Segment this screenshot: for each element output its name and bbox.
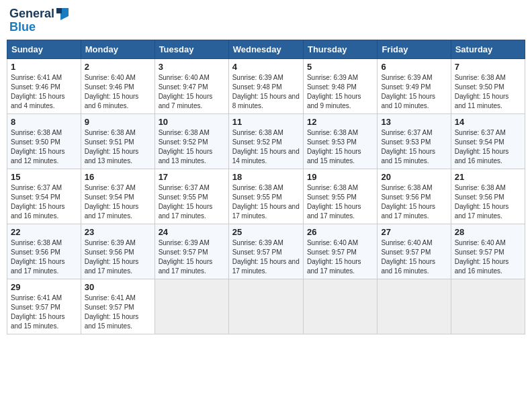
calendar-cell — [303, 279, 377, 334]
day-number: 10 — [159, 117, 225, 127]
day-info: Sunrise: 6:39 AMSunset: 9:57 PMDaylight:… — [159, 238, 225, 276]
day-number: 25 — [232, 227, 300, 237]
day-info: Sunrise: 6:41 AMSunset: 9:57 PMDaylight:… — [11, 293, 77, 331]
day-info: Sunrise: 6:41 AMSunset: 9:57 PMDaylight:… — [85, 293, 151, 331]
day-info: Sunrise: 6:40 AMSunset: 9:46 PMDaylight:… — [85, 73, 151, 111]
calendar-cell: 29Sunrise: 6:41 AMSunset: 9:57 PMDayligh… — [7, 279, 81, 334]
day-number: 15 — [11, 172, 77, 182]
calendar-cell: 12Sunrise: 6:38 AMSunset: 9:53 PMDayligh… — [303, 114, 377, 169]
day-info: Sunrise: 6:40 AMSunset: 9:57 PMDaylight:… — [381, 238, 447, 276]
day-number: 6 — [381, 62, 447, 72]
day-info: Sunrise: 6:39 AMSunset: 9:57 PMDaylight:… — [232, 238, 300, 276]
calendar-cell: 5Sunrise: 6:39 AMSunset: 9:48 PMDaylight… — [303, 59, 377, 114]
day-number: 18 — [232, 172, 300, 182]
logo-blue: Blue — [9, 20, 71, 34]
col-header-wednesday: Wednesday — [228, 40, 303, 59]
col-header-sunday: Sunday — [7, 40, 81, 59]
day-number: 23 — [85, 227, 151, 237]
day-info: Sunrise: 6:37 AMSunset: 9:55 PMDaylight:… — [159, 183, 225, 221]
calendar-cell: 21Sunrise: 6:38 AMSunset: 9:56 PMDayligh… — [451, 169, 525, 224]
page-header: General Blue — [7, 7, 525, 34]
week-row-1: 1Sunrise: 6:41 AMSunset: 9:46 PMDaylight… — [7, 59, 525, 114]
week-row-2: 8Sunrise: 6:38 AMSunset: 9:50 PMDaylight… — [7, 114, 525, 169]
day-number: 7 — [455, 62, 521, 72]
calendar-cell: 3Sunrise: 6:40 AMSunset: 9:47 PMDaylight… — [154, 59, 228, 114]
day-info: Sunrise: 6:38 AMSunset: 9:56 PMDaylight:… — [455, 183, 521, 221]
calendar-cell — [154, 279, 228, 334]
calendar-cell: 6Sunrise: 6:39 AMSunset: 9:49 PMDaylight… — [378, 59, 451, 114]
day-info: Sunrise: 6:41 AMSunset: 9:46 PMDaylight:… — [11, 73, 77, 111]
day-info: Sunrise: 6:39 AMSunset: 9:48 PMDaylight:… — [232, 73, 300, 111]
calendar-cell: 25Sunrise: 6:39 AMSunset: 9:57 PMDayligh… — [228, 224, 303, 279]
day-number: 29 — [11, 282, 77, 292]
calendar-cell — [228, 279, 303, 334]
day-number: 5 — [307, 62, 373, 72]
day-info: Sunrise: 6:38 AMSunset: 9:53 PMDaylight:… — [307, 128, 373, 166]
day-info: Sunrise: 6:37 AMSunset: 9:53 PMDaylight:… — [381, 128, 447, 166]
logo-icon — [55, 7, 70, 21]
day-number: 11 — [232, 117, 300, 127]
logo-text: General — [9, 7, 71, 21]
calendar-cell: 26Sunrise: 6:40 AMSunset: 9:57 PMDayligh… — [303, 224, 377, 279]
calendar-table: SundayMondayTuesdayWednesdayThursdayFrid… — [7, 40, 525, 334]
day-info: Sunrise: 6:37 AMSunset: 9:54 PMDaylight:… — [85, 183, 151, 221]
calendar-cell: 27Sunrise: 6:40 AMSunset: 9:57 PMDayligh… — [378, 224, 451, 279]
calendar-cell: 23Sunrise: 6:39 AMSunset: 9:56 PMDayligh… — [81, 224, 154, 279]
calendar-cell: 1Sunrise: 6:41 AMSunset: 9:46 PMDaylight… — [7, 59, 81, 114]
day-info: Sunrise: 6:38 AMSunset: 9:52 PMDaylight:… — [159, 128, 225, 166]
day-number: 26 — [307, 227, 373, 237]
day-info: Sunrise: 6:38 AMSunset: 9:56 PMDaylight:… — [11, 238, 77, 276]
day-number: 24 — [159, 227, 225, 237]
day-number: 4 — [232, 62, 300, 72]
day-number: 28 — [455, 227, 521, 237]
calendar-cell: 28Sunrise: 6:40 AMSunset: 9:57 PMDayligh… — [451, 224, 525, 279]
col-header-saturday: Saturday — [451, 40, 525, 59]
day-info: Sunrise: 6:37 AMSunset: 9:54 PMDaylight:… — [455, 128, 521, 166]
calendar-cell: 30Sunrise: 6:41 AMSunset: 9:57 PMDayligh… — [81, 279, 154, 334]
day-number: 3 — [159, 62, 225, 72]
day-number: 22 — [11, 227, 77, 237]
day-number: 9 — [85, 117, 151, 127]
day-info: Sunrise: 6:38 AMSunset: 9:56 PMDaylight:… — [381, 183, 447, 221]
logo: General Blue — [9, 7, 71, 34]
calendar-cell — [378, 279, 451, 334]
day-number: 19 — [307, 172, 373, 182]
calendar-cell: 22Sunrise: 6:38 AMSunset: 9:56 PMDayligh… — [7, 224, 81, 279]
day-number: 21 — [455, 172, 521, 182]
calendar-cell: 14Sunrise: 6:37 AMSunset: 9:54 PMDayligh… — [451, 114, 525, 169]
day-info: Sunrise: 6:38 AMSunset: 9:51 PMDaylight:… — [85, 128, 151, 166]
day-number: 17 — [159, 172, 225, 182]
day-info: Sunrise: 6:39 AMSunset: 9:56 PMDaylight:… — [85, 238, 151, 276]
day-number: 1 — [11, 62, 77, 72]
calendar-cell: 10Sunrise: 6:38 AMSunset: 9:52 PMDayligh… — [154, 114, 228, 169]
day-info: Sunrise: 6:38 AMSunset: 9:50 PMDaylight:… — [11, 128, 77, 166]
day-number: 30 — [85, 282, 151, 292]
day-info: Sunrise: 6:38 AMSunset: 9:55 PMDaylight:… — [307, 183, 373, 221]
calendar-cell: 8Sunrise: 6:38 AMSunset: 9:50 PMDaylight… — [7, 114, 81, 169]
calendar-cell: 18Sunrise: 6:38 AMSunset: 9:55 PMDayligh… — [228, 169, 303, 224]
day-number: 2 — [85, 62, 151, 72]
day-number: 14 — [455, 117, 521, 127]
day-info: Sunrise: 6:40 AMSunset: 9:57 PMDaylight:… — [307, 238, 373, 276]
day-number: 27 — [381, 227, 447, 237]
day-info: Sunrise: 6:38 AMSunset: 9:55 PMDaylight:… — [232, 183, 300, 221]
week-row-4: 22Sunrise: 6:38 AMSunset: 9:56 PMDayligh… — [7, 224, 525, 279]
day-info: Sunrise: 6:40 AMSunset: 9:57 PMDaylight:… — [455, 238, 521, 276]
calendar-cell: 9Sunrise: 6:38 AMSunset: 9:51 PMDaylight… — [81, 114, 154, 169]
week-row-3: 15Sunrise: 6:37 AMSunset: 9:54 PMDayligh… — [7, 169, 525, 224]
calendar-cell: 19Sunrise: 6:38 AMSunset: 9:55 PMDayligh… — [303, 169, 377, 224]
col-header-tuesday: Tuesday — [154, 40, 228, 59]
calendar-cell: 15Sunrise: 6:37 AMSunset: 9:54 PMDayligh… — [7, 169, 81, 224]
calendar-cell: 7Sunrise: 6:38 AMSunset: 9:50 PMDaylight… — [451, 59, 525, 114]
calendar-cell: 16Sunrise: 6:37 AMSunset: 9:54 PMDayligh… — [81, 169, 154, 224]
day-info: Sunrise: 6:38 AMSunset: 9:52 PMDaylight:… — [232, 128, 300, 166]
day-info: Sunrise: 6:40 AMSunset: 9:47 PMDaylight:… — [159, 73, 225, 111]
svg-marker-1 — [56, 8, 62, 13]
day-info: Sunrise: 6:39 AMSunset: 9:48 PMDaylight:… — [307, 73, 373, 111]
calendar-cell: 4Sunrise: 6:39 AMSunset: 9:48 PMDaylight… — [228, 59, 303, 114]
col-header-friday: Friday — [378, 40, 451, 59]
day-info: Sunrise: 6:39 AMSunset: 9:49 PMDaylight:… — [381, 73, 447, 111]
day-number: 8 — [11, 117, 77, 127]
calendar-cell: 17Sunrise: 6:37 AMSunset: 9:55 PMDayligh… — [154, 169, 228, 224]
day-number: 16 — [85, 172, 151, 182]
